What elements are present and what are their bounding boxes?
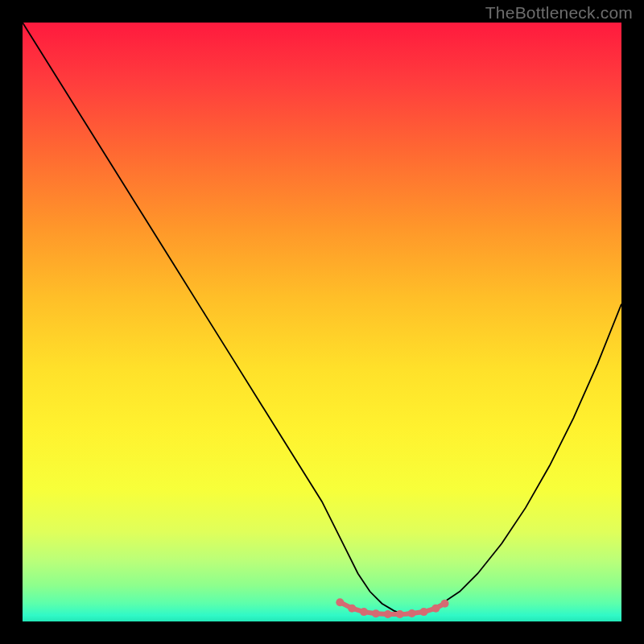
highlight-marker (408, 609, 416, 617)
plot-area (23, 23, 621, 621)
highlight-marker (336, 598, 344, 606)
highlight-marker (360, 608, 368, 616)
chart-frame: TheBottleneck.com (0, 0, 644, 644)
watermark-text: TheBottleneck.com (485, 3, 633, 23)
main-curve (23, 23, 621, 613)
chart-svg (23, 23, 621, 621)
highlight-marker (372, 609, 380, 617)
highlight-marker (384, 610, 392, 618)
highlight-marker (396, 610, 404, 618)
highlight-marker (419, 608, 427, 616)
highlight-marker (441, 600, 449, 608)
highlight-marker (348, 605, 356, 613)
highlight-marker (431, 605, 440, 613)
